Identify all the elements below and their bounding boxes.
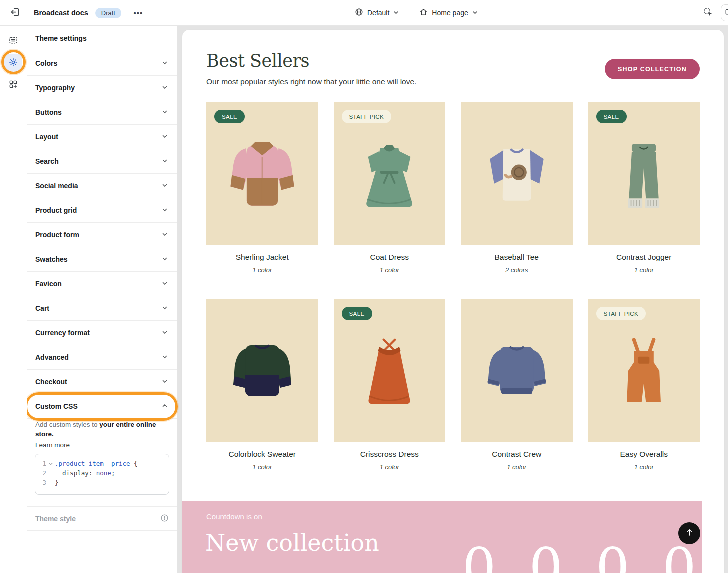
device-preview-button[interactable] (721, 4, 728, 22)
chevron-down-icon (162, 354, 168, 362)
sidebar-item-currency-format[interactable]: Currency format (28, 321, 177, 346)
page-selector[interactable]: Home page (416, 5, 482, 21)
product-image: SALE (334, 299, 446, 442)
product-color-count: 1 color (334, 266, 446, 274)
product-color-count: 1 color (206, 464, 318, 471)
countdown-digit: 0 (662, 542, 696, 573)
fold-chevron-icon[interactable] (48, 462, 55, 466)
product-color-count: 1 color (206, 266, 318, 274)
chevron-down-icon (162, 108, 168, 116)
sidebar-header: Theme settings (28, 26, 177, 52)
chevron-down-icon (162, 329, 168, 337)
countdown-digit: 0 (529, 542, 562, 573)
learn-more-link[interactable]: Learn more (36, 442, 70, 449)
product-card[interactable]: STAFF PICKEasy Overalls1 color (588, 299, 700, 471)
product-card[interactable]: SALECrisscross Dress1 color (334, 299, 446, 471)
countdown-digits: 0000 (462, 542, 696, 573)
sidebar-item-favicon[interactable]: Favicon (28, 272, 177, 296)
product-image (461, 102, 573, 246)
sidebar-item-layout[interactable]: Layout (28, 125, 177, 150)
theme-title: Broadcast docs (34, 9, 88, 17)
crew-illustration (474, 322, 560, 420)
custom-css-code-editor[interactable]: 1.product-item__price {2 display: none;3… (35, 454, 170, 495)
sidebar-item-search[interactable]: Search (28, 150, 177, 174)
chevron-down-icon (394, 9, 399, 17)
chevron-up-icon (162, 402, 168, 410)
sidebar-item-typography[interactable]: Typography (28, 76, 177, 100)
section-subheading: Our most popular styles right now that y… (206, 78, 416, 86)
product-color-count: 1 color (588, 464, 700, 471)
sections-panel-button[interactable] (4, 32, 22, 50)
code-line: 1.product-item__price { (40, 459, 164, 468)
sidebar-item-buttons[interactable]: Buttons (28, 100, 177, 125)
chevron-down-icon (472, 9, 478, 17)
exit-editor-button[interactable] (7, 5, 23, 21)
product-badge: SALE (342, 307, 372, 320)
more-menu-button[interactable]: ••• (130, 5, 146, 21)
product-badge: SALE (596, 110, 627, 124)
line-number: 3 (40, 478, 46, 488)
product-color-count: 2 colors (461, 266, 573, 274)
sidebar-item-advanced[interactable]: Advanced (28, 346, 177, 370)
chevron-down-icon (162, 378, 168, 386)
app-embeds-button[interactable] (4, 76, 22, 94)
countdown-banner: Countdown is on New collection 0000 (182, 502, 702, 573)
exit-icon (10, 7, 20, 19)
sidebar-item-checkout[interactable]: Checkout (28, 370, 177, 394)
product-card[interactable]: STAFF PICKCoat Dress1 color (334, 102, 446, 274)
sidebar-item-product-grid[interactable]: Product grid (28, 198, 177, 223)
scroll-to-top-button[interactable] (678, 522, 700, 544)
sidebar-item-cart[interactable]: Cart (28, 296, 177, 321)
chevron-down-icon (162, 84, 168, 92)
custom-css-description: Add custom styles to your entire online … (36, 420, 170, 439)
product-card[interactable]: Baseball Tee2 colors (461, 102, 573, 274)
product-title: Crisscross Dress (334, 450, 446, 459)
inspect-element-button[interactable] (700, 5, 716, 21)
dress-illustration (347, 124, 432, 224)
code-line: 2 display: none; (40, 468, 164, 478)
sections-icon (8, 36, 18, 47)
product-image: STAFF PICK (588, 299, 700, 442)
code-line: 3} (40, 478, 164, 488)
product-color-count: 1 color (334, 464, 446, 471)
arrow-up-icon (685, 528, 694, 539)
sidebar-item-swatches[interactable]: Swatches (28, 248, 177, 272)
chevron-down-icon (162, 60, 168, 68)
status-badge: Draft (96, 8, 122, 18)
product-card[interactable]: SALEContrast Jogger1 color (588, 102, 700, 274)
sidebar-item-custom-css[interactable]: Custom CSS (28, 394, 177, 419)
product-image: SALE (206, 102, 318, 246)
chevron-down-icon (162, 133, 168, 141)
product-image (461, 299, 573, 442)
sidebar-item-social-media[interactable]: Social media (28, 174, 177, 198)
product-image: SALE (588, 102, 700, 246)
product-title: Contrast Crew (461, 450, 573, 459)
device-preview-icon (725, 8, 728, 18)
gear-icon (8, 58, 18, 69)
chevron-down-icon (162, 304, 168, 312)
settings-panel-button[interactable] (4, 54, 22, 72)
overalls-illustration (602, 322, 686, 420)
home-icon (420, 8, 428, 18)
globe-icon (355, 8, 364, 18)
jogger-illustration (602, 124, 686, 224)
product-card[interactable]: Colorblock Sweater1 color (206, 299, 318, 471)
product-card[interactable]: SALESherling Jacket1 color (206, 102, 318, 274)
product-color-count: 1 color (588, 266, 700, 274)
product-color-count: 1 color (461, 464, 573, 471)
countdown-digit: 0 (596, 542, 630, 573)
locale-selector[interactable]: Default (351, 5, 403, 21)
sidebar-item-colors[interactable]: Colors (28, 52, 177, 76)
shop-collection-button[interactable]: SHOP COLLECTION (605, 59, 700, 80)
icon-rail (0, 26, 28, 573)
product-badge: STAFF PICK (596, 307, 646, 320)
banner-eyebrow: Countdown is on (206, 512, 262, 521)
product-title: Baseball Tee (461, 253, 573, 262)
settings-sidebar: Theme settings ColorsTypographyButtonsLa… (28, 26, 178, 573)
product-card[interactable]: Contrast Crew1 color (461, 299, 573, 471)
chevron-down-icon (162, 256, 168, 264)
best-sellers-section: Best Sellers Our most popular styles rig… (182, 30, 724, 471)
product-grid: SALESherling Jacket1 colorSTAFF PICKCoat… (182, 102, 724, 471)
product-title: Contrast Jogger (588, 253, 700, 262)
sidebar-item-product-form[interactable]: Product form (28, 223, 177, 248)
